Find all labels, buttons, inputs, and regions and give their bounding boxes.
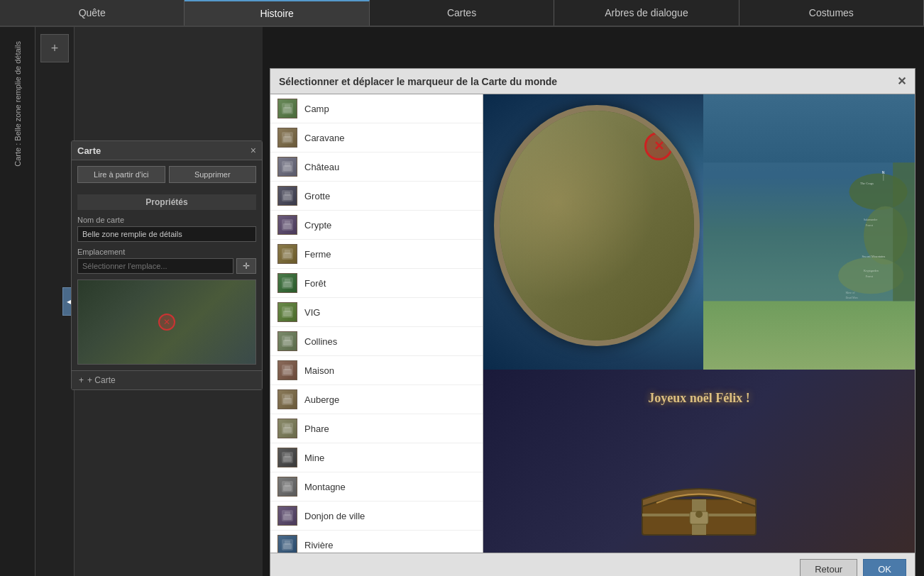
list-item-icon-foret xyxy=(277,273,297,293)
list-item-label-mine: Mine xyxy=(304,453,324,463)
list-item-mine[interactable]: Mine xyxy=(270,443,483,472)
vig-icon xyxy=(280,305,295,319)
carte-thumbnail-map xyxy=(78,280,255,364)
main-area: Carte : Belle zone remplie de détails + … xyxy=(0,27,924,576)
list-item-icon-caravane xyxy=(277,128,297,148)
carte-panel-buttons: Lire à partir d'ici Supprimer xyxy=(72,160,262,189)
list-item-label-vig: VIG xyxy=(304,307,320,318)
list-item-maison[interactable]: Maison xyxy=(270,356,483,385)
list-item-montagne[interactable]: Montagne xyxy=(270,472,483,502)
list-item-label-phare: Phare xyxy=(304,423,329,434)
top-nav: Quête Histoire Cartes Arbres de dialogue… xyxy=(0,0,924,27)
list-item-donjon[interactable]: Donjon de ville xyxy=(270,502,483,531)
svg-rect-14 xyxy=(285,221,290,225)
svg-rect-29 xyxy=(285,366,290,370)
carte-panel-close-btn[interactable]: × xyxy=(251,145,256,156)
carte-section-title: Propriétés xyxy=(77,194,256,210)
carte-nom-label: Nom de carte xyxy=(77,216,256,224)
list-item-icon-camp xyxy=(277,99,297,118)
grotte-icon xyxy=(280,189,295,203)
list-item-ferme[interactable]: Ferme xyxy=(270,240,483,269)
ok-button[interactable]: OK xyxy=(863,559,906,576)
svg-rect-11 xyxy=(285,192,290,196)
list-item-grotte[interactable]: Grotte xyxy=(270,182,483,211)
riviere-icon xyxy=(280,538,295,552)
preview-panel: ✕ xyxy=(483,94,915,553)
list-item-label-donjon: Donjon de ville xyxy=(304,511,365,521)
carte-emplacement-input[interactable] xyxy=(77,258,233,274)
carte-panel-title: Carte xyxy=(77,145,101,156)
tab-costumes[interactable]: Costumes xyxy=(739,0,924,26)
ferme-icon xyxy=(280,247,295,261)
svg-text:N: N xyxy=(882,170,885,175)
map-magnifier: ✕ xyxy=(494,105,700,346)
list-item-icon-montagne xyxy=(277,477,297,497)
list-item-label-maison: Maison xyxy=(304,365,334,376)
list-item-icon-grotte xyxy=(277,186,297,206)
list-item-auberge[interactable]: Auberge xyxy=(270,385,483,414)
vertical-sidebar: Carte : Belle zone remplie de détails xyxy=(0,27,35,576)
list-scroll-container[interactable]: Camp Caravane Château Grotte Crypte Ferm… xyxy=(270,94,483,553)
list-item-crypte[interactable]: Crypte xyxy=(270,211,483,240)
list-item-icon-mine xyxy=(277,448,297,467)
carte-nom-input[interactable] xyxy=(77,226,256,242)
map-marker-large: ✕ xyxy=(644,132,673,160)
foret-icon xyxy=(280,276,295,290)
carte-emplacement-icon-btn[interactable]: ✛ xyxy=(236,258,256,274)
list-item-icon-crypte xyxy=(277,215,297,235)
list-item-label-grotte: Grotte xyxy=(304,191,330,201)
list-item-icon-vig xyxy=(277,302,297,322)
modal-header: Sélectionner et déplacer le marqueur de … xyxy=(270,69,915,94)
svg-text:The Crags: The Crags xyxy=(860,182,874,185)
svg-rect-17 xyxy=(285,250,290,254)
map-container: ✕ xyxy=(483,94,915,370)
svg-rect-35 xyxy=(285,424,290,428)
list-item-label-riviere: Rivière xyxy=(304,540,333,550)
svg-rect-2 xyxy=(285,104,290,109)
svg-text:Salamander: Salamander xyxy=(864,218,878,221)
svg-text:Kryptgarden: Kryptgarden xyxy=(864,269,879,272)
svg-rect-23 xyxy=(285,308,290,312)
svg-text:Mere of: Mere of xyxy=(845,291,855,294)
list-item-label-crypte: Crypte xyxy=(304,220,331,231)
list-item-icon-maison xyxy=(277,360,297,380)
modal-body: Camp Caravane Château Grotte Crypte Ferm… xyxy=(270,94,915,553)
modal-close-button[interactable]: ✕ xyxy=(897,74,906,88)
svg-rect-32 xyxy=(285,395,290,399)
list-item-foret[interactable]: Forêt xyxy=(270,269,483,298)
tab-cartes[interactable]: Cartes xyxy=(370,0,554,26)
map-magnifier-inner: ✕ xyxy=(500,111,694,340)
svg-rect-44 xyxy=(285,511,290,516)
tab-arbres[interactable]: Arbres de dialogue xyxy=(554,0,739,26)
list-item-vig[interactable]: VIG xyxy=(270,298,483,327)
retour-button[interactable]: Retour xyxy=(800,559,857,576)
lire-button[interactable]: Lire à partir d'ici xyxy=(77,166,165,183)
list-item-icon-phare xyxy=(277,419,297,438)
tab-histoire[interactable]: Histoire xyxy=(185,0,369,26)
carte-panel-header: Carte × xyxy=(72,141,262,160)
sidebar-vertical-label: Carte : Belle zone remplie de détails xyxy=(13,41,22,167)
list-item-label-chateau: Château xyxy=(304,162,339,172)
list-item-camp[interactable]: Camp xyxy=(270,94,483,123)
supprimer-button[interactable]: Supprimer xyxy=(169,166,257,183)
list-item-chateau[interactable]: Château xyxy=(270,153,483,182)
list-item-collines[interactable]: Collines xyxy=(270,327,483,356)
svg-text:Dead Men: Dead Men xyxy=(845,296,857,299)
crypte-icon xyxy=(280,218,295,232)
donjon-icon xyxy=(280,509,295,523)
svg-rect-47 xyxy=(285,541,290,545)
list-item-label-foret: Forêt xyxy=(304,278,326,289)
list-item-caravane[interactable]: Caravane xyxy=(270,123,483,153)
video-text: Joyeux noël Félix ! xyxy=(648,391,749,406)
modal-dialog: Sélectionner et déplacer le marqueur de … xyxy=(270,68,915,576)
add-carte-button[interactable]: + + Carte xyxy=(72,370,262,389)
list-item-icon-riviere xyxy=(277,535,297,553)
tab-quete[interactable]: Quête xyxy=(0,0,185,26)
list-item-riviere[interactable]: Rivière xyxy=(270,531,483,553)
sidebar-add-btn[interactable]: + xyxy=(40,34,69,62)
bottom-preview: Joyeux noël Félix ! xyxy=(483,370,915,553)
svg-rect-5 xyxy=(285,133,290,138)
modal-title: Sélectionner et déplacer le marqueur de … xyxy=(279,76,557,87)
list-item-phare[interactable]: Phare xyxy=(270,414,483,443)
svg-rect-41 xyxy=(285,482,290,487)
